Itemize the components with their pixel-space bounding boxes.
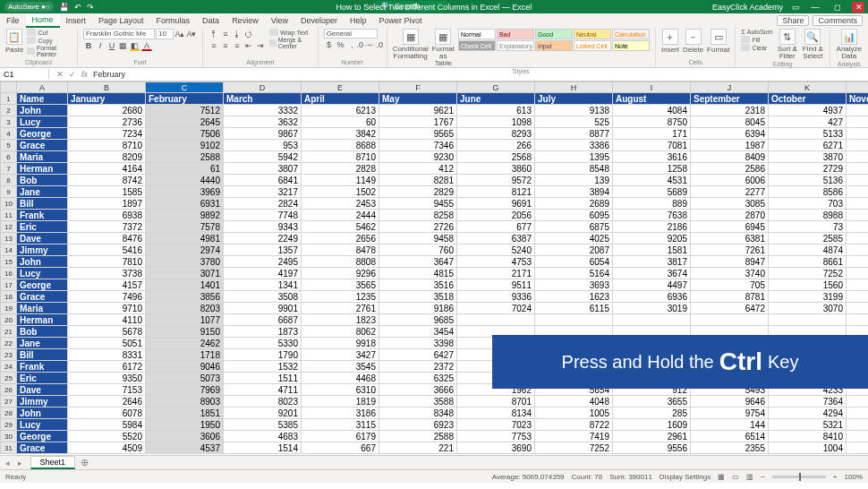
save-icon[interactable]: 💾	[59, 3, 69, 12]
data-cell[interactable]: 3427	[302, 349, 379, 361]
data-cell[interactable]: 2087	[535, 244, 613, 256]
menu-home[interactable]: Home	[26, 13, 60, 28]
data-cell[interactable]: 3616	[613, 151, 691, 163]
name-cell[interactable]: Jimmy	[17, 244, 68, 256]
data-cell[interactable]: 6687	[224, 314, 302, 326]
data-cell[interactable]: 3969	[146, 186, 224, 198]
data-cell[interactable]: 221	[379, 442, 457, 454]
fill-button[interactable]: Fill	[741, 36, 772, 43]
style-neutral[interactable]: Neutral	[574, 29, 611, 39]
data-cell[interactable]: 3545	[302, 361, 379, 373]
data-cell[interactable]: 1718	[146, 349, 224, 361]
data-cell[interactable]: 5462	[302, 221, 379, 233]
data-cell[interactable]: 9186	[379, 303, 457, 314]
data-cell[interactable]: 3870	[769, 151, 847, 163]
share-button[interactable]: Share	[777, 15, 809, 26]
data-cell[interactable]: 7252	[535, 442, 613, 454]
row-header-14[interactable]: 14	[1, 244, 17, 256]
data-cell[interactable]: 8281	[379, 175, 457, 186]
data-cell[interactable]: 2277	[691, 186, 769, 198]
style-good[interactable]: Good	[535, 29, 573, 39]
data-cell[interactable]: 3019	[613, 303, 691, 314]
data-cell[interactable]: 6325	[379, 373, 457, 384]
data-cell[interactable]: 1819	[302, 396, 379, 408]
zoom-out-button[interactable]: −	[761, 473, 765, 481]
data-cell[interactable]: 5689	[613, 186, 691, 198]
name-cell[interactable]: Herman	[17, 314, 68, 326]
data-cell[interactable]: 9621	[379, 105, 457, 116]
data-cell[interactable]: 73	[769, 221, 847, 233]
data-cell[interactable]: 7810	[68, 256, 146, 268]
data-cell[interactable]: 1950	[146, 419, 224, 431]
menu-file[interactable]: File	[0, 14, 26, 27]
data-cell[interactable]: 4531	[613, 175, 691, 186]
data-cell[interactable]: 2171	[457, 268, 535, 279]
data-cell[interactable]: 6931	[146, 198, 224, 210]
data-cell[interactable]: 3115	[302, 419, 379, 431]
sheet-nav[interactable]: ◂ ▸	[0, 459, 30, 468]
data-cell[interactable]	[769, 314, 847, 326]
format-as-table-button[interactable]: ▦Format as Table	[432, 29, 455, 67]
grid[interactable]: ABCDEFGHIJK1NameJanuaryFebruaryMarchApri…	[0, 82, 868, 455]
data-cell[interactable]: 9150	[146, 326, 224, 338]
data-cell[interactable]: 5678	[68, 326, 146, 338]
data-cell[interactable]: 3186	[302, 408, 379, 419]
data-cell[interactable]: 8023	[224, 396, 302, 408]
data-cell[interactable]	[847, 442, 869, 454]
data-cell[interactable]: 2729	[769, 163, 847, 175]
data-cell[interactable]: 8808	[302, 256, 379, 268]
data-cell[interactable]: 144	[691, 419, 769, 431]
row-header-28[interactable]: 28	[1, 408, 17, 419]
autosum-button[interactable]: ΣAutoSum	[741, 29, 772, 35]
data-cell[interactable]: 8121	[457, 186, 535, 198]
data-cell[interactable]: 4157	[68, 279, 146, 291]
underline-button[interactable]: U	[106, 40, 117, 51]
data-cell[interactable]: 1502	[302, 186, 379, 198]
col-header-E[interactable]: E	[302, 82, 379, 93]
style-check cell[interactable]: Check Cell	[458, 40, 496, 51]
data-cell[interactable]: 4711	[224, 384, 302, 396]
header-cell[interactable]: February	[146, 93, 224, 105]
name-cell[interactable]: Jane	[17, 338, 68, 349]
col-header-B[interactable]: B	[68, 82, 146, 93]
enter-formula-icon[interactable]: ✓	[69, 70, 76, 79]
name-cell[interactable]: Lucy	[17, 268, 68, 279]
name-cell[interactable]: George	[17, 431, 68, 442]
row-header-18[interactable]: 18	[1, 291, 17, 303]
shrink-font-button[interactable]: A▾	[186, 29, 197, 39]
data-cell[interactable]	[847, 151, 869, 163]
data-cell[interactable]: 7372	[68, 221, 146, 233]
data-cell[interactable]: 6006	[691, 175, 769, 186]
row-header-20[interactable]: 20	[1, 314, 17, 326]
data-cell[interactable]: 8348	[379, 408, 457, 419]
data-cell[interactable]: 1790	[224, 349, 302, 361]
data-cell[interactable]: 9046	[146, 361, 224, 373]
data-cell[interactable]: 3655	[613, 396, 691, 408]
data-cell[interactable]: 5133	[769, 128, 847, 140]
data-cell[interactable]: 7024	[457, 303, 535, 314]
data-cell[interactable]: 8688	[302, 140, 379, 151]
data-cell[interactable]: 9918	[302, 338, 379, 349]
data-cell[interactable]: 4981	[146, 233, 224, 244]
data-cell[interactable]: 677	[457, 221, 535, 233]
data-cell[interactable]: 7748	[224, 210, 302, 221]
data-cell[interactable]: 4683	[224, 431, 302, 442]
data-cell[interactable]: 1987	[691, 140, 769, 151]
data-cell[interactable]	[847, 396, 869, 408]
data-cell[interactable]: 9710	[68, 303, 146, 314]
header-cell[interactable]: September	[691, 93, 769, 105]
data-cell[interactable]: 2974	[146, 244, 224, 256]
row-header-19[interactable]: 19	[1, 303, 17, 314]
row-header-24[interactable]: 24	[1, 361, 17, 373]
name-cell[interactable]: Eric	[17, 221, 68, 233]
row-header-25[interactable]: 25	[1, 373, 17, 384]
name-cell[interactable]: Lucy	[17, 116, 68, 128]
data-cell[interactable]: 705	[691, 279, 769, 291]
accounting-button[interactable]: $	[324, 39, 335, 50]
data-cell[interactable]	[847, 175, 869, 186]
bold-button[interactable]: B	[83, 40, 94, 51]
font-size-select[interactable]: 10	[156, 29, 174, 39]
header-cell[interactable]: January	[68, 93, 146, 105]
data-cell[interactable]: 7638	[613, 210, 691, 221]
header-cell[interactable]: October	[769, 93, 847, 105]
